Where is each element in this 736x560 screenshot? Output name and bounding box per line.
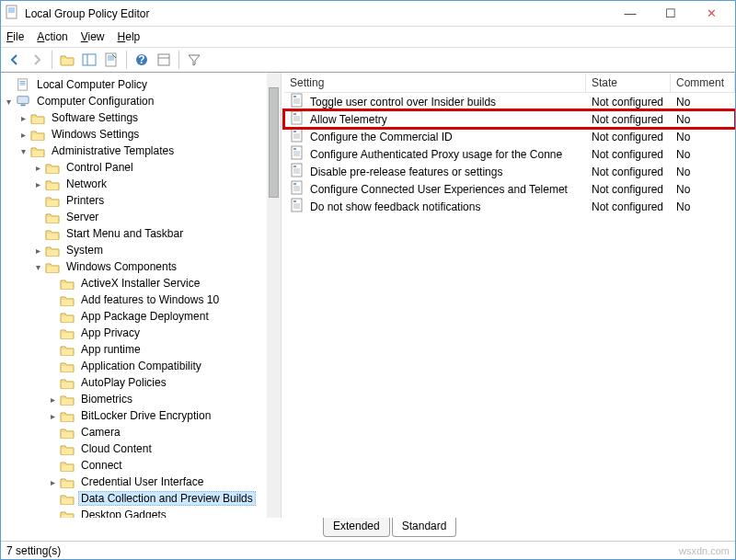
expand-icon[interactable] — [47, 344, 58, 355]
tree-node-ax[interactable]: ActiveX Installer Service — [3, 275, 279, 291]
list-row[interactable]: Allow Telemetry Not configured No — [284, 110, 735, 128]
expand-icon[interactable] — [47, 327, 58, 338]
setting-state: Not configured — [586, 96, 671, 109]
expand-icon[interactable] — [47, 360, 58, 371]
tab-extended[interactable]: Extended — [323, 518, 390, 537]
expand-icon[interactable] — [47, 493, 58, 504]
tree-node-cui[interactable]: ▸Credential User Interface — [3, 474, 279, 490]
expand-icon[interactable] — [47, 377, 58, 388]
maximize-button[interactable]: ☐ — [650, 4, 691, 24]
menu-action[interactable]: Action — [37, 30, 67, 43]
tab-standard[interactable]: Standard — [392, 518, 457, 537]
tree-node-bio[interactable]: ▸Biometrics — [3, 391, 279, 407]
tree-node-cam[interactable]: Camera — [3, 424, 279, 440]
policy-icon — [290, 198, 305, 215]
list-row[interactable]: Toggle user control over Insider builds … — [284, 93, 735, 110]
tree-node-printers[interactable]: Printers — [3, 192, 279, 209]
setting-comment: No — [671, 148, 735, 161]
setting-comment: No — [671, 113, 735, 126]
list-row[interactable]: Configure Authenticated Proxy usage for … — [284, 145, 735, 163]
expand-icon[interactable]: ▾ — [3, 96, 14, 107]
setting-state: Not configured — [586, 183, 671, 196]
expand-icon[interactable]: ▾ — [32, 261, 43, 272]
expand-icon[interactable] — [47, 311, 58, 322]
window-title: Local Group Policy Editor — [25, 7, 610, 20]
tree-node-software-settings[interactable]: ▸Software Settings — [3, 109, 279, 126]
expand-icon[interactable] — [47, 460, 58, 471]
svg-rect-15 — [158, 54, 169, 65]
tree-node-cc2[interactable]: Cloud Content — [3, 440, 279, 457]
tree-node-ac[interactable]: Application Compatibility — [3, 358, 279, 374]
forward-button[interactable] — [27, 50, 47, 70]
list-row[interactable]: Do not show feedback notifications Not c… — [284, 198, 735, 215]
tree-node-bl[interactable]: ▸BitLocker Drive Encryption — [3, 407, 279, 424]
setting-state: Not configured — [586, 200, 671, 213]
tree-node-art[interactable]: App runtime — [3, 341, 279, 358]
tree-node-af[interactable]: Add features to Windows 10 — [3, 291, 279, 308]
expand-icon[interactable] — [3, 79, 14, 90]
expand-icon[interactable] — [47, 278, 58, 289]
list-row[interactable]: Configure the Commercial ID Not configur… — [284, 128, 735, 145]
tree-node-network[interactable]: ▸Network — [3, 176, 279, 192]
col-state[interactable]: State — [586, 74, 671, 92]
tree-node-root[interactable]: Local Computer Policy — [3, 76, 279, 93]
policy-icon — [290, 180, 305, 198]
back-button[interactable] — [5, 50, 25, 70]
tree-node-ap[interactable]: App Package Deployment — [3, 308, 279, 325]
help-button[interactable]: ? — [132, 50, 152, 70]
menu-view[interactable]: View — [81, 30, 105, 43]
expand-icon[interactable]: ▸ — [17, 129, 29, 140]
expand-icon[interactable]: ▸ — [32, 162, 43, 173]
col-setting[interactable]: Setting — [284, 74, 586, 92]
expand-icon[interactable] — [47, 427, 58, 438]
setting-state: Not configured — [586, 148, 671, 161]
tree-node-server[interactable]: Server — [3, 209, 279, 225]
up-button[interactable] — [57, 50, 77, 70]
tree-node-con[interactable]: Connect — [3, 457, 279, 474]
menu-help[interactable]: Help — [118, 30, 141, 43]
setting-name: Toggle user control over Insider builds — [310, 96, 496, 109]
tree-node-computer-config[interactable]: ▾Computer Configuration — [3, 93, 279, 109]
expand-icon[interactable] — [32, 228, 43, 239]
expand-icon[interactable]: ▸ — [17, 112, 29, 123]
export-button[interactable] — [101, 50, 121, 70]
expand-icon[interactable] — [47, 294, 58, 305]
tree-node-windows-settings[interactable]: ▸Windows Settings — [3, 126, 279, 143]
expand-icon[interactable] — [32, 211, 43, 223]
minimize-button[interactable]: — — [610, 4, 650, 24]
expand-icon[interactable] — [47, 509, 58, 518]
tree-pane[interactable]: Local Computer Policy ▾Computer Configur… — [1, 73, 282, 518]
menu-file[interactable]: File — [6, 30, 24, 43]
tree-node-start-menu[interactable]: Start Menu and Taskbar — [3, 225, 279, 242]
list-row[interactable]: Disable pre-release features or settings… — [284, 163, 735, 180]
expand-icon[interactable]: ▸ — [32, 178, 43, 189]
tree-node-apl[interactable]: AutoPlay Policies — [3, 374, 279, 391]
list-header: Setting State Comment — [284, 73, 735, 93]
toolbar: ? — [1, 47, 735, 73]
setting-state: Not configured — [586, 131, 671, 143]
expand-icon[interactable] — [32, 195, 43, 206]
titlebar: Local Group Policy Editor — ☐ ✕ — [1, 1, 735, 27]
show-hide-tree-button[interactable] — [79, 50, 99, 70]
tree-node-dc[interactable]: Data Collection and Preview Builds — [3, 490, 279, 507]
col-comment[interactable]: Comment — [671, 74, 735, 92]
setting-name: Disable pre-release features or settings — [310, 166, 502, 178]
expand-icon[interactable]: ▸ — [47, 476, 58, 487]
setting-comment: No — [671, 200, 735, 213]
expand-icon[interactable]: ▸ — [47, 410, 58, 421]
expand-icon[interactable] — [47, 443, 58, 454]
tree-node-control-panel[interactable]: ▸Control Panel — [3, 159, 279, 176]
list-row[interactable]: Configure Connected User Experiences and… — [284, 180, 735, 198]
expand-icon[interactable]: ▸ — [47, 394, 58, 405]
expand-icon[interactable]: ▾ — [17, 145, 29, 156]
tree-node-windows-components[interactable]: ▾Windows Components — [3, 258, 279, 275]
tree-node-system[interactable]: ▸System — [3, 242, 279, 258]
tree-node-dg[interactable]: Desktop Gadgets — [3, 507, 279, 518]
close-button[interactable]: ✕ — [691, 4, 731, 24]
expand-icon[interactable]: ▸ — [32, 245, 43, 256]
tree-scrollbar[interactable] — [267, 73, 282, 518]
tree-node-admin-templates[interactable]: ▾Administrative Templates — [3, 143, 279, 159]
properties-button[interactable] — [154, 50, 174, 70]
filter-button[interactable] — [184, 50, 204, 70]
tree-node-apr[interactable]: App Privacy — [3, 325, 279, 341]
